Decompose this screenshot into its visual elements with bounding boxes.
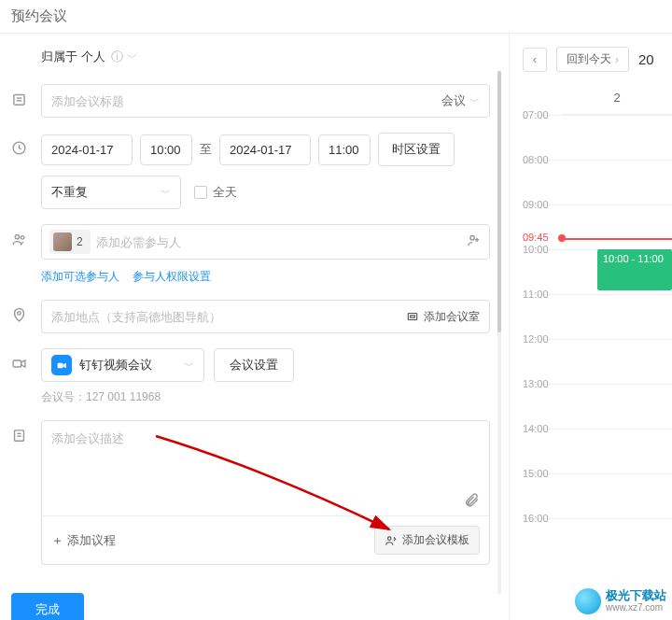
chevron-down-icon: ﹀ [161, 186, 171, 200]
repeat-select[interactable]: 不重复﹀ [41, 176, 181, 209]
to-label: 至 [200, 141, 212, 158]
watermark-icon [575, 588, 601, 614]
form-panel: 归属于 个人 ⓘ ﹀ 会议﹀ 2024-01-17 10:00 至 20 [0, 34, 509, 620]
participant-tag[interactable]: 2 [49, 230, 91, 254]
hour-line: 11:00 [523, 294, 672, 295]
svg-marker-13 [21, 360, 25, 367]
owner-value[interactable]: 个人 [81, 49, 105, 65]
hour-line: 09:00 [523, 204, 672, 205]
owner-label: 归属于 [41, 49, 77, 65]
title-icon [11, 92, 27, 107]
svg-point-4 [15, 235, 19, 239]
now-dot [558, 234, 566, 242]
start-date-input[interactable]: 2024-01-17 [41, 134, 133, 165]
meeting-title-input[interactable] [51, 94, 441, 108]
clock-icon [11, 140, 27, 156]
meeting-id: 会议号：127 001 11968 [41, 389, 490, 405]
end-time-input[interactable]: 11:00 [318, 134, 371, 165]
hour-line: 14:00 [523, 429, 672, 430]
meeting-type-select[interactable]: 会议﹀ [441, 92, 480, 109]
hour-label: 11:00 [523, 289, 558, 300]
dingtalk-icon [51, 355, 72, 375]
add-template-button[interactable]: 添加会议模板 [374, 526, 480, 555]
hour-line: 16:00 [523, 518, 672, 519]
now-indicator [562, 238, 672, 240]
meeting-settings-button[interactable]: 会议设置 [214, 348, 294, 382]
svg-point-5 [21, 236, 24, 240]
end-date-input[interactable]: 2024-01-17 [219, 134, 311, 165]
today-button[interactable]: 回到今天 › [556, 47, 629, 72]
avatar [53, 232, 72, 251]
calendar-event[interactable]: 10:00 - 11:00 [597, 249, 672, 290]
add-room-button[interactable]: 添加会议室 [406, 309, 480, 325]
optional-participant-link[interactable]: 添加可选参与人 [41, 269, 119, 285]
hour-label: 07:00 [523, 109, 558, 120]
svg-point-9 [18, 312, 21, 316]
location-icon [11, 307, 27, 323]
video-icon [11, 356, 27, 372]
svg-rect-0 [14, 95, 24, 106]
day-header: 2 [562, 85, 672, 115]
prev-button[interactable]: ‹ [523, 48, 547, 72]
chevron-down-icon[interactable]: ﹀ [127, 50, 137, 64]
video-provider-select[interactable]: 钉钉视频会议 ﹀ [41, 348, 204, 382]
attachment-icon[interactable] [464, 492, 480, 512]
timezone-button[interactable]: 时区设置 [378, 133, 455, 166]
page-title: 预约会议 [0, 0, 672, 34]
template-icon [385, 534, 398, 547]
participant-input[interactable] [96, 235, 460, 249]
location-input[interactable] [51, 310, 406, 324]
info-icon[interactable]: ⓘ [111, 49, 123, 65]
chevron-down-icon: ﹀ [469, 94, 480, 108]
hour-line: 08:00 [523, 160, 672, 161]
hour-label: 14:00 [523, 423, 558, 434]
hour-line: 13:00 [523, 384, 672, 385]
hour-line: 15:00 [523, 473, 672, 474]
svg-rect-10 [408, 314, 416, 320]
add-person-icon[interactable] [466, 232, 482, 251]
calendar-panel: ‹ 回到今天 › 20 2 07:0008:0009:0010:0011:001… [509, 34, 672, 620]
hour-label: 13:00 [523, 378, 558, 389]
allday-checkbox[interactable]: 全天 [194, 184, 237, 201]
hour-line: 12:00 [523, 339, 672, 340]
hour-label: 12:00 [523, 333, 558, 345]
timeline[interactable]: 07:0008:0009:0010:0011:0012:0013:0014:00… [523, 115, 672, 582]
add-agenda-button[interactable]: ＋ 添加议程 [51, 532, 116, 549]
year-label: 20 [638, 51, 654, 67]
svg-rect-14 [57, 362, 63, 367]
watermark: 极光下载站www.xz7.com [575, 588, 666, 614]
svg-rect-11 [411, 316, 415, 317]
svg-point-19 [388, 536, 392, 540]
svg-marker-15 [63, 362, 65, 367]
description-icon [11, 428, 27, 444]
description-textarea[interactable] [51, 430, 480, 472]
chevron-down-icon: ﹀ [184, 359, 194, 373]
now-label: 09:45 [523, 232, 558, 243]
hour-label: 10:00 [523, 244, 558, 255]
hour-label: 09:00 [523, 199, 558, 210]
permission-link[interactable]: 参与人权限设置 [133, 269, 211, 285]
start-time-input[interactable]: 10:00 [140, 134, 192, 165]
hour-label: 16:00 [523, 513, 558, 524]
hour-label: 08:00 [523, 154, 558, 165]
room-icon [406, 310, 419, 323]
hour-line: 07:00 [523, 115, 672, 116]
svg-point-6 [470, 236, 474, 240]
done-button[interactable]: 完成 [11, 593, 84, 620]
scrollbar[interactable] [497, 71, 501, 594]
svg-rect-12 [13, 360, 21, 367]
hour-label: 15:00 [523, 468, 558, 479]
people-icon [11, 232, 27, 247]
